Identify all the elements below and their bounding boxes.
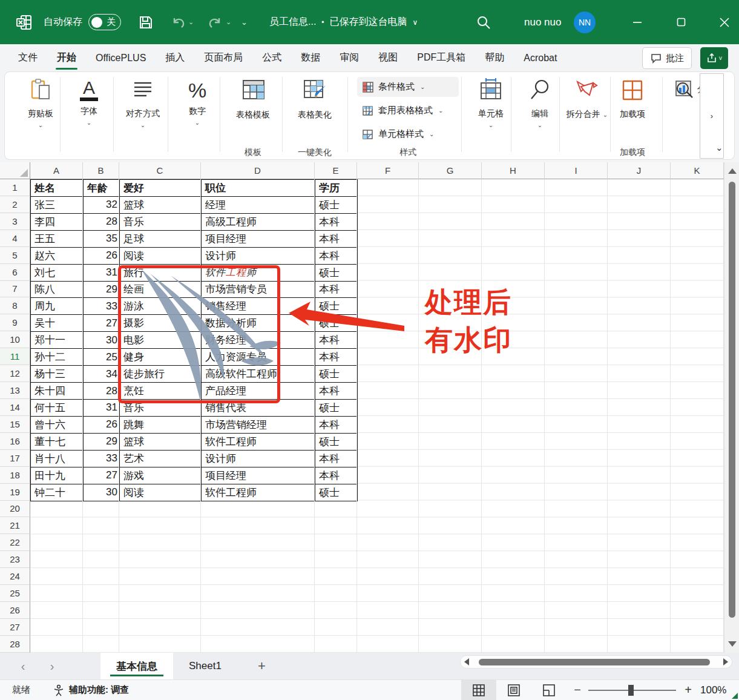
cell-E4[interactable]: 本科 xyxy=(315,231,358,248)
normal-view-button[interactable] xyxy=(461,680,496,700)
column-header-K[interactable]: K xyxy=(671,162,724,179)
cell-C17[interactable]: 艺术 xyxy=(120,451,202,467)
cell-B7[interactable]: 29 xyxy=(84,282,120,299)
number-group-button[interactable]: % 数字 ⌄ xyxy=(172,78,223,126)
user-name[interactable]: nuo nuo xyxy=(524,0,561,44)
cell-C8[interactable]: 游泳 xyxy=(120,298,202,315)
cell-A2[interactable]: 张三 xyxy=(31,197,84,214)
cell-A10[interactable]: 郑十一 xyxy=(31,332,84,349)
cell-A11[interactable]: 孙十二 xyxy=(31,349,84,366)
cell-E13[interactable]: 本科 xyxy=(315,383,358,400)
cell-C4[interactable]: 足球 xyxy=(120,231,202,248)
row-header-18[interactable]: 18 xyxy=(0,467,30,484)
cell-E10[interactable]: 本科 xyxy=(315,332,358,349)
cell-A13[interactable]: 朱十四 xyxy=(31,383,84,400)
cell-C5[interactable]: 阅读 xyxy=(120,248,202,265)
column-header-F[interactable]: F xyxy=(357,162,419,179)
cell-C2[interactable]: 篮球 xyxy=(120,197,202,214)
cell-A12[interactable]: 杨十三 xyxy=(31,366,84,383)
zoom-out-button[interactable]: − xyxy=(567,683,588,697)
cell-E8[interactable]: 硕士 xyxy=(315,298,358,315)
column-header-I[interactable]: I xyxy=(545,162,608,179)
cell-D7[interactable]: 市场营销专员 xyxy=(202,282,315,299)
cell-A16[interactable]: 董十七 xyxy=(31,434,84,451)
addins-button[interactable]: 加载项 xyxy=(615,78,650,120)
redo-button[interactable]: ⌄ xyxy=(207,0,231,44)
zoom-in-button[interactable]: + xyxy=(676,683,700,697)
sheet-prev-button[interactable]: ‹ xyxy=(8,653,38,679)
cell-E9[interactable]: 硕士 xyxy=(315,315,358,332)
tab-data[interactable]: 数据 xyxy=(291,44,330,71)
cell-E6[interactable]: 硕士 xyxy=(315,265,358,282)
cell-D6[interactable]: 软件工程师 xyxy=(202,265,315,282)
cell-E3[interactable]: 本科 xyxy=(315,214,358,231)
cell-B14[interactable]: 31 xyxy=(84,400,120,417)
cell-C6[interactable]: 旅行 xyxy=(120,265,202,282)
cell-D11[interactable]: 人力资源专员 xyxy=(202,349,315,366)
cell-D10[interactable]: 财务经理 xyxy=(202,332,315,349)
row-header-8[interactable]: 8 xyxy=(0,297,30,314)
tab-insert[interactable]: 插入 xyxy=(156,44,194,71)
cell-A15[interactable]: 曾十六 xyxy=(31,417,84,434)
row-header-5[interactable]: 5 xyxy=(0,247,30,264)
format-as-table-button[interactable]: 套用表格格式 ⌄ xyxy=(357,101,459,121)
cell-B3[interactable]: 28 xyxy=(84,214,120,231)
cell-B18[interactable]: 27 xyxy=(84,467,120,484)
cell-E1[interactable]: 学历 xyxy=(315,180,358,197)
scroll-up-arrow-icon[interactable] xyxy=(728,168,737,174)
cell-D3[interactable]: 高级工程师 xyxy=(202,214,315,231)
cell-C12[interactable]: 徒步旅行 xyxy=(120,366,202,383)
cell-D18[interactable]: 项目经理 xyxy=(202,467,315,484)
row-header-3[interactable]: 3 xyxy=(0,213,30,230)
cell-D12[interactable]: 高级软件工程师 xyxy=(202,366,315,383)
tab-formulas[interactable]: 公式 xyxy=(252,44,291,71)
cell-B10[interactable]: 30 xyxy=(84,332,120,349)
scroll-down-arrow-icon[interactable] xyxy=(728,641,737,647)
cell-A14[interactable]: 何十五 xyxy=(31,400,84,417)
cell-B9[interactable]: 27 xyxy=(84,315,120,332)
column-header-C[interactable]: C xyxy=(119,162,201,179)
cell-D17[interactable]: 设计师 xyxy=(202,451,315,467)
minimize-button[interactable] xyxy=(623,0,652,44)
cell-D2[interactable]: 经理 xyxy=(202,197,315,214)
row-header-27[interactable]: 27 xyxy=(0,619,30,636)
cell-B6[interactable]: 31 xyxy=(84,265,120,282)
row-header-10[interactable]: 10 xyxy=(0,331,30,348)
table-template-button[interactable]: 表格模板 xyxy=(228,78,278,121)
cell-E12[interactable]: 硕士 xyxy=(315,366,358,383)
cell-C7[interactable]: 绘画 xyxy=(120,282,202,299)
cell-B5[interactable]: 26 xyxy=(84,248,120,265)
add-sheet-button[interactable]: + xyxy=(237,653,286,679)
cell-E2[interactable]: 硕士 xyxy=(315,197,358,214)
cell-E11[interactable]: 本科 xyxy=(315,349,358,366)
cell-E5[interactable]: 本科 xyxy=(315,248,358,265)
cell-C18[interactable]: 游戏 xyxy=(120,467,202,484)
column-header-G[interactable]: G xyxy=(419,162,482,179)
cell-C10[interactable]: 电影 xyxy=(120,332,202,349)
row-header-4[interactable]: 4 xyxy=(0,230,30,247)
cell-C13[interactable]: 烹饪 xyxy=(120,383,202,400)
row-header-7[interactable]: 7 xyxy=(0,281,30,298)
autosave-toggle[interactable]: 关 xyxy=(88,0,121,44)
cell-B19[interactable]: 30 xyxy=(84,484,120,501)
row-header-6[interactable]: 6 xyxy=(0,264,30,281)
cell-D1[interactable]: 职位 xyxy=(202,180,315,197)
row-header-20[interactable]: 20 xyxy=(0,501,30,518)
sheet-tab-基本信息[interactable]: 基本信息 xyxy=(100,653,173,679)
row-header-22[interactable]: 22 xyxy=(0,534,30,551)
tab-acrobat[interactable]: Acrobat xyxy=(514,44,567,71)
cell-D5[interactable]: 设计师 xyxy=(202,248,315,265)
row-header-16[interactable]: 16 xyxy=(0,433,30,450)
document-title-group[interactable]: 员工信息... • 已保存到这台电脑 ∨ xyxy=(269,0,418,44)
split-merge-button[interactable]: 拆分合并 ⌄ xyxy=(563,78,611,121)
sheet-next-button[interactable]: › xyxy=(38,653,67,679)
cell-D14[interactable]: 销售代表 xyxy=(202,400,315,417)
cells-area[interactable]: 姓名年龄爱好职位学历张三32篮球经理硕士李四28音乐高级工程师本科王五35足球项… xyxy=(30,179,724,653)
cell-C1[interactable]: 爱好 xyxy=(120,180,202,197)
cell-A1[interactable]: 姓名 xyxy=(31,180,84,197)
cell-B2[interactable]: 32 xyxy=(84,197,120,214)
tab-home[interactable]: 开始 xyxy=(47,44,86,71)
row-header-12[interactable]: 12 xyxy=(0,365,30,382)
cell-D4[interactable]: 项目经理 xyxy=(202,231,315,248)
search-button[interactable] xyxy=(476,0,491,44)
